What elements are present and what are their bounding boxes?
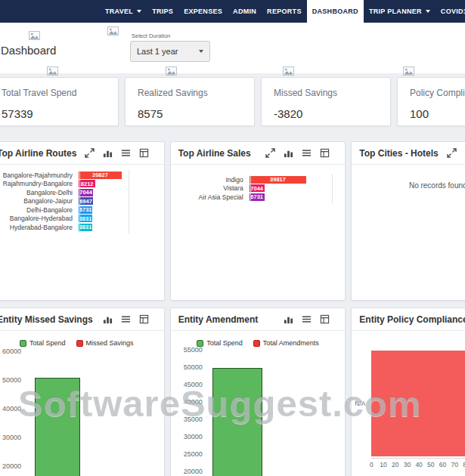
charts-row-1: Top Airline Routes Bangalore-Rajahmundry… — [0, 141, 465, 301]
bar-value: 6731 — [250, 193, 263, 200]
chart-row: Bangalore-Hyderabad3831 — [0, 215, 164, 224]
gridline — [129, 169, 129, 233]
legend-item[interactable]: Total Spend — [20, 339, 66, 347]
expand-icon[interactable] — [447, 148, 457, 158]
bar[interactable]: 3831 — [79, 224, 92, 231]
export-icon[interactable] — [320, 314, 330, 324]
nav-item-covid19-guidelines[interactable]: COVID19 GUIDELINES New — [436, 0, 465, 23]
y-axis-tick: 25000 — [172, 450, 203, 458]
chart-row: Air Asia Special6731 — [171, 193, 346, 202]
export-icon[interactable] — [139, 148, 149, 158]
category-label: Air Asia Special — [171, 193, 250, 201]
list-icon[interactable] — [302, 314, 312, 324]
bar[interactable]: 20827 — [79, 172, 122, 179]
export-icon[interactable] — [139, 314, 149, 324]
nav-item-trip-planner[interactable]: TRIP PLANNER — [364, 0, 436, 23]
nav-item-dashboard[interactable]: DASHBOARD — [307, 0, 364, 23]
bar-chart-icon[interactable] — [284, 314, 293, 324]
kpi-card-realized-savings: Realized Savings 8575 — [125, 77, 255, 126]
expand-icon[interactable] — [265, 148, 275, 158]
legend-item[interactable]: Total Amendments — [253, 339, 319, 347]
legend-item[interactable]: Missed Savings — [76, 339, 134, 347]
nav-label: ADMIN — [233, 8, 256, 15]
bar[interactable]: 6731 — [79, 206, 92, 214]
bar-value: 3831 — [79, 224, 92, 230]
x-axis-tick: 20 — [392, 461, 398, 468]
bar[interactable] — [212, 368, 262, 476]
expand-icon[interactable] — [85, 148, 95, 158]
nav-label: TRAVEL — [105, 8, 133, 15]
bar[interactable]: 7044 — [250, 184, 265, 192]
legend-swatch — [20, 340, 26, 347]
nav-item-expenses[interactable]: EXPENSES — [178, 0, 228, 23]
category-label: Vistara — [171, 184, 250, 192]
export-icon[interactable] — [320, 148, 330, 158]
panel-top-airline-sales: Top Airline Sales Indigo39817Vistara7044… — [170, 141, 346, 301]
bar[interactable]: 3831 — [79, 215, 92, 222]
kpi-label: Missed Savings — [274, 88, 378, 98]
bar[interactable]: 6731 — [250, 193, 265, 201]
kpi-card-total-travel-spend: Total Travel Spend 57339 — [0, 77, 119, 126]
panel-header: Entity Policy Compliance — [352, 308, 465, 331]
legend-label: Total Spend — [206, 339, 243, 347]
bar-chart-icon[interactable] — [103, 314, 113, 324]
chevron-down-icon — [137, 10, 141, 13]
list-icon[interactable] — [121, 314, 131, 324]
y-axis-tick: 50000 — [172, 363, 203, 371]
panel-title: Top Airline Sales — [178, 148, 251, 159]
bar-value: 7044 — [250, 185, 263, 192]
x-axis-tick: 10 — [380, 461, 386, 468]
list-icon[interactable] — [121, 148, 131, 158]
bar[interactable]: 39817 — [250, 176, 307, 184]
bar[interactable]: 8212 — [79, 180, 95, 187]
bar-value: 39817 — [270, 176, 286, 183]
kpi-label: Realized Savings — [138, 88, 242, 98]
bar-chart-icon[interactable] — [103, 148, 113, 158]
y-axis-line — [79, 171, 80, 232]
kpi-value: 8575 — [138, 107, 242, 120]
policy-compliance-chart: N/A01020304050607080 — [352, 331, 465, 476]
page-title: Dashboard — [1, 44, 56, 57]
bar-value: 7044 — [79, 189, 92, 196]
panel-toolbar — [103, 314, 149, 324]
legend-item[interactable]: Total Spend — [197, 339, 243, 347]
category-label: Hyderabad-Bangalore — [0, 224, 79, 231]
panel-toolbar — [447, 148, 465, 158]
nav-label: TRIPS — [152, 8, 173, 15]
panel-toolbar — [265, 148, 330, 158]
kpi-card-policy-compliance: Policy Compliance 100 — [397, 77, 465, 126]
nav-item-reports[interactable]: REPORTS — [262, 0, 307, 23]
y-axis-tick: 20000 — [172, 468, 203, 475]
y-axis-tick: 35000 — [172, 416, 203, 423]
nav-item-trips[interactable]: TRIPS — [147, 0, 178, 23]
chart-row: Vistara7044 — [171, 184, 346, 193]
legend-label: Total Spend — [29, 339, 66, 347]
bar[interactable] — [371, 351, 465, 456]
panel-header: Top Cities - Hotels — [352, 142, 465, 165]
empty-state-text: No records found. — [352, 165, 465, 190]
x-axis-tick: 0 — [370, 461, 374, 468]
bar-chart-icon[interactable] — [284, 148, 293, 158]
panel-toolbar — [85, 148, 149, 158]
bar[interactable]: 6947 — [79, 197, 93, 205]
chevron-down-icon — [426, 10, 430, 13]
duration-select[interactable]: Last 1 year — [130, 41, 210, 62]
chart-row: Delhi-Bangalore6731 — [0, 206, 164, 215]
bar[interactable]: 7044 — [79, 189, 93, 196]
bar[interactable] — [35, 378, 80, 476]
bar-value: 20827 — [92, 172, 108, 178]
duration-value: Last 1 year — [137, 47, 178, 56]
missed-savings-chart: Total SpendMissed Savings600005000040000… — [0, 331, 164, 476]
top-nav: TRAVEL TRIPS EXPENSES ADMIN REPORTS DASH… — [0, 0, 465, 23]
list-icon[interactable] — [302, 148, 312, 158]
x-axis-line — [371, 458, 465, 459]
image-placeholder-icon — [166, 66, 177, 76]
panel-entity-missed-savings: Entity Missed Savings Total SpendMissed … — [0, 308, 165, 476]
nav-item-travel[interactable]: TRAVEL — [100, 0, 147, 23]
panel-entity-policy-compliance: Entity Policy Compliance N/A010203040506… — [351, 308, 465, 476]
nav-label: EXPENSES — [184, 8, 222, 15]
y-axis-tick: 20000 — [0, 462, 21, 470]
nav-item-admin[interactable]: ADMIN — [228, 0, 262, 23]
kpi-value: -3820 — [274, 107, 378, 120]
legend-swatch — [253, 340, 260, 347]
